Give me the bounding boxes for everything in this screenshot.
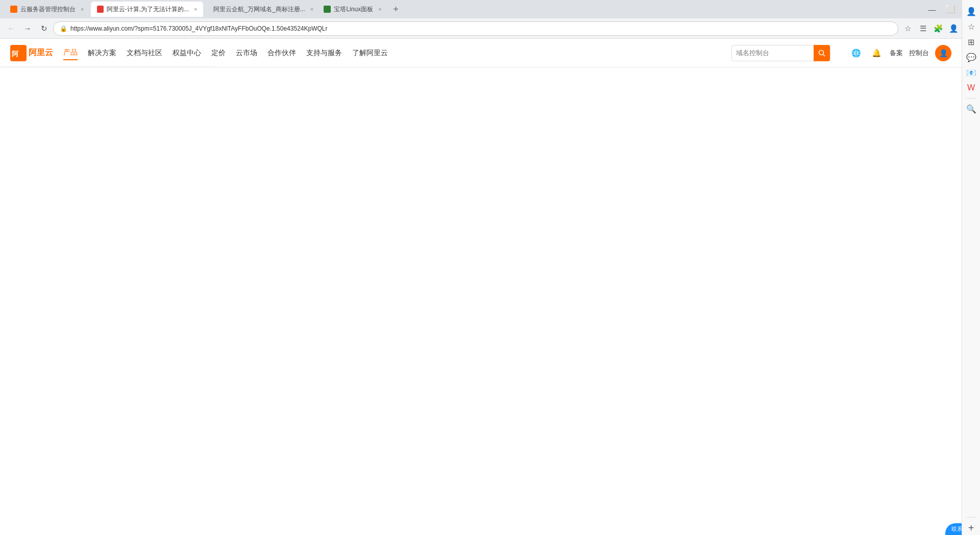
nav-about[interactable]: 了解阿里云 xyxy=(352,46,388,60)
header-search-button[interactable] xyxy=(814,45,830,61)
url-text: https://www.aliyun.com/?spm=5176.730005J… xyxy=(70,25,892,32)
profile-icon[interactable]: 👤 xyxy=(946,21,961,36)
nav-market[interactable]: 云市场 xyxy=(236,46,257,60)
sidebar-apps-icon[interactable]: ⊞ xyxy=(964,35,978,49)
console-link[interactable]: 控制台 xyxy=(909,48,929,58)
aliyun-logo-text: 阿里云 xyxy=(29,47,53,58)
nav-benefits[interactable]: 权益中心 xyxy=(173,46,201,60)
sidebar-user-icon[interactable]: 👤 xyxy=(964,4,978,18)
nav-partner[interactable]: 合作伙伴 xyxy=(267,46,296,60)
sidebar-star-icon[interactable]: ☆ xyxy=(964,19,978,34)
tab-2-label: 阿里云-计算,为了无法计算的... xyxy=(107,5,189,14)
tab-3[interactable]: 阿里云企航_万网域名_商标注册... × xyxy=(204,2,316,17)
restore-button[interactable]: ⬜ xyxy=(943,2,958,16)
nav-pricing[interactable]: 定价 xyxy=(211,46,226,60)
nav-bar: ← → ↻ 🔒 https://www.aliyun.com/?spm=5176… xyxy=(0,18,980,39)
tab-2-close[interactable]: × xyxy=(194,6,197,12)
right-sidebar: 👤 ☆ ⊞ 💬 📧 W 🔍 + xyxy=(962,0,980,67)
url-bar[interactable]: 🔒 https://www.aliyun.com/?spm=5176.73000… xyxy=(53,21,898,36)
header-search[interactable] xyxy=(731,45,830,61)
tab-bar: 云服务器管理控制台 × 阿里云-计算,为了无法计算的... × 阿里云企航_万网… xyxy=(0,0,980,18)
svg-text:阿: 阿 xyxy=(12,50,19,58)
tab-1[interactable]: 云服务器管理控制台 × xyxy=(4,2,90,17)
back-button[interactable]: ← xyxy=(4,21,18,36)
page-content: 阿 阿里云 产品 解决方案 文档与社区 权益中心 定价 云市场 合作伙伴 支持与… xyxy=(0,39,962,67)
globe-icon[interactable]: 🌐 xyxy=(849,46,863,60)
nav-products[interactable]: 产品 xyxy=(63,46,78,60)
tab-4-favicon xyxy=(324,6,331,13)
header-search-input[interactable] xyxy=(732,49,814,57)
tab-3-close[interactable]: × xyxy=(310,6,313,12)
extensions-icon[interactable]: 🧩 xyxy=(931,21,945,36)
tab-2[interactable]: 阿里云-计算,为了无法计算的... × xyxy=(91,2,203,17)
bell-icon[interactable]: 🔔 xyxy=(869,46,884,60)
svg-line-3 xyxy=(823,54,825,56)
sidebar-outlook-icon[interactable]: 📧 xyxy=(964,65,978,67)
tab-1-favicon xyxy=(10,6,17,13)
beian-link[interactable]: 备案 xyxy=(890,48,903,58)
header-right: 🌐 🔔 备案 控制台 👤 xyxy=(849,45,951,61)
aliyun-logo-svg: 阿 xyxy=(10,45,27,61)
tab-4-close[interactable]: × xyxy=(378,6,381,12)
nav-docs[interactable]: 文档与社区 xyxy=(127,46,162,60)
tab-4[interactable]: 宝塔Linux面板 × xyxy=(317,2,387,17)
header-nav: 产品 解决方案 文档与社区 权益中心 定价 云市场 合作伙伴 支持与服务 了解阿… xyxy=(63,46,388,60)
refresh-button[interactable]: ↻ xyxy=(37,21,51,36)
aliyun-header: 阿 阿里云 产品 解决方案 文档与社区 权益中心 定价 云市场 合作伙伴 支持与… xyxy=(0,39,962,67)
nav-support[interactable]: 支持与服务 xyxy=(306,46,342,60)
sidebar-toggle-icon[interactable]: ☰ xyxy=(916,21,930,36)
nav-solutions[interactable]: 解决方案 xyxy=(88,46,116,60)
tab-4-label: 宝塔Linux面板 xyxy=(334,5,373,14)
sidebar-chat-icon[interactable]: 💬 xyxy=(964,50,978,64)
new-tab-button[interactable]: + xyxy=(389,2,403,16)
bookmark-icon[interactable]: ☆ xyxy=(900,21,915,36)
tab-2-favicon xyxy=(97,6,103,13)
browser-chrome: 云服务器管理控制台 × 阿里云-计算,为了无法计算的... × 阿里云企航_万网… xyxy=(0,0,980,39)
tab-1-label: 云服务器管理控制台 xyxy=(20,5,76,14)
secure-icon: 🔒 xyxy=(60,25,67,32)
tab-1-close[interactable]: × xyxy=(81,6,84,12)
user-avatar[interactable]: 👤 xyxy=(935,45,951,61)
tab-3-label: 阿里云企航_万网域名_商标注册... xyxy=(213,5,305,14)
minimize-button[interactable]: — xyxy=(925,2,939,16)
search-icon xyxy=(818,50,825,57)
svg-point-2 xyxy=(819,50,824,55)
aliyun-logo[interactable]: 阿 阿里云 xyxy=(10,45,53,61)
forward-button[interactable]: → xyxy=(20,21,35,36)
